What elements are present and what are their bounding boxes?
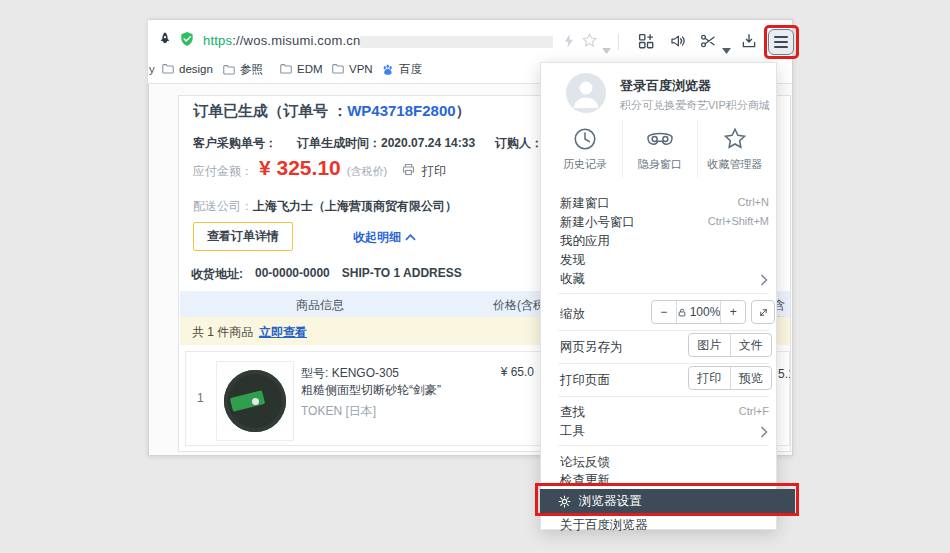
unlock-icon (677, 307, 687, 318)
bookmark-folder-vpn[interactable]: VPN (331, 62, 373, 76)
save-page-label: 网页另存为 (560, 339, 623, 356)
folder-icon (279, 62, 293, 76)
points-mall-link[interactable]: 积分商城 (726, 98, 770, 113)
delivery-company: 上海飞力士（上海营顶商贸有限公司） (253, 199, 457, 213)
product-brand: TOKEN [日本] (301, 403, 376, 420)
folder-icon (222, 63, 236, 77)
bookmark-manager-shortcut[interactable]: 收藏管理器 (697, 120, 772, 178)
menu-separator (558, 396, 769, 397)
print-page-buttons: 打印 预览 (688, 366, 772, 390)
po-label: 客户采购单号： (193, 135, 277, 152)
favorite-star-icon[interactable] (581, 32, 598, 53)
zoom-in-button[interactable]: + (720, 301, 745, 323)
col-product-info: 商品信息 (296, 297, 344, 314)
folder-icon (331, 62, 345, 76)
collapse-detail-link[interactable]: 收起明细 (353, 229, 416, 246)
bookmark-label: 参照 (240, 62, 263, 77)
bookmark-folder-edm[interactable]: EDM (279, 62, 323, 76)
delivery-label: 配送公司： (193, 199, 253, 213)
chevron-right-icon (760, 424, 768, 442)
order-time: 订单生成时间：2020.07.24 14:33 (297, 135, 475, 152)
hamburger-menu-button[interactable] (768, 29, 794, 55)
redacted-url-blur (360, 36, 553, 48)
bookmark-label: EDM (297, 63, 323, 75)
menu-item-forum-feedback[interactable]: 论坛反馈 (560, 454, 610, 471)
payable-amount: ¥ 325.10 (259, 156, 341, 180)
url-scheme: https (203, 33, 232, 48)
incognito-shortcut[interactable]: 隐身窗口 (622, 120, 697, 178)
toolbar-divider (618, 34, 619, 50)
row-index: 1 (197, 391, 204, 405)
view-order-detail-button[interactable]: 查看订单详情 (193, 222, 293, 251)
menu-separator (558, 445, 769, 446)
product-price: ¥ 65.0 (481, 365, 534, 379)
chevron-right-icon (760, 272, 768, 290)
baidu-paw-icon (381, 63, 395, 77)
avatar[interactable] (566, 73, 606, 117)
view-now-link[interactable]: 立即查看 (259, 324, 307, 341)
order-number: WP43718F2800 (347, 102, 455, 119)
menu-item-check-update[interactable]: 检查更新 (560, 472, 610, 489)
menu-separator (558, 330, 769, 331)
bookmark-folder-reference[interactable]: 参照 (222, 62, 263, 77)
download-icon[interactable] (740, 32, 758, 54)
summary-count: 共 1 件商品 (192, 324, 253, 341)
zoom-out-button[interactable]: − (652, 301, 676, 323)
print-button[interactable]: 打印 (689, 367, 730, 389)
bookmark-partial-text[interactable]: y (149, 63, 155, 75)
gear-icon (558, 495, 571, 508)
ship-address-row: 收货地址:00-0000-0000SHIP-TO 1 ADDRESS (191, 266, 462, 283)
delivery-row: 配送公司：上海飞力士（上海营顶商贸有限公司） (193, 198, 457, 215)
order-title: 订单已生成（订单号 ：WP43718F2800） (193, 102, 471, 121)
payable-row: 应付金额： ¥ 325.10 (含税价) 打印 (193, 156, 446, 180)
menu-item-favorites[interactable]: 收藏 (560, 271, 585, 288)
points-subtitle: 积分可兑换爱奇艺VIP (620, 98, 726, 113)
clock-icon (572, 126, 598, 152)
menu-item-about[interactable]: 关于百度浏览器 (560, 517, 648, 534)
menu-separator (558, 363, 769, 364)
product-desc: 粗糙侧面型切断砂轮“剑豪” (301, 382, 441, 399)
print-link[interactable]: 打印 (422, 163, 446, 180)
zoom-level: 100% (676, 301, 721, 323)
bookmark-label: design (179, 63, 213, 75)
menu-item-discover[interactable]: 发现 (560, 252, 585, 269)
menu-separator (558, 293, 769, 294)
menu-item-browser-settings[interactable]: 浏览器设置 (540, 489, 795, 514)
menu-item-tools[interactable]: 工具 (560, 423, 585, 440)
site-logo-rocket-icon (157, 31, 173, 51)
save-page-buttons: 图片 文件 (688, 333, 772, 357)
product-image[interactable] (216, 361, 294, 441)
caret-down-icon[interactable] (722, 40, 731, 58)
url-text[interactable]: https://wos.misumi.com.cn (203, 33, 360, 48)
secure-shield-icon[interactable] (179, 31, 195, 51)
screenshot-stage: https://wos.misumi.com.cn y design 参照 ED… (0, 0, 950, 553)
mask-icon (645, 126, 675, 152)
menu-item-my-apps[interactable]: 我的应用 (560, 233, 610, 250)
apps-grid-icon[interactable] (637, 32, 655, 54)
shortcut-text: Ctrl+Shift+M (560, 215, 769, 227)
cutting-disc-image (224, 370, 286, 432)
save-as-file-button[interactable]: 文件 (730, 334, 772, 356)
zoom-label: 缩放 (560, 306, 585, 323)
save-as-image-button[interactable]: 图片 (689, 334, 730, 356)
product-model[interactable]: 型号: KENGO-305 (301, 365, 399, 382)
speaker-icon[interactable] (669, 32, 687, 54)
bookmark-baidu[interactable]: 百度 (381, 62, 422, 77)
fullscreen-button[interactable] (751, 300, 775, 324)
expand-icon (757, 306, 770, 319)
bookmark-folder-design[interactable]: design (161, 62, 213, 76)
printer-icon[interactable] (401, 162, 416, 181)
bookmark-label: 百度 (399, 62, 422, 77)
flash-icon[interactable] (561, 33, 577, 53)
print-preview-button[interactable]: 预览 (730, 367, 772, 389)
history-shortcut[interactable]: 历史记录 (548, 120, 622, 178)
print-page-label: 打印页面 (560, 372, 610, 389)
caret-down-icon[interactable] (602, 40, 611, 58)
login-title[interactable]: 登录百度浏览器 (620, 77, 711, 95)
url-rest: ://wos.misumi.com.cn (232, 33, 360, 48)
folder-icon (161, 62, 175, 76)
star-outline-icon (722, 126, 748, 152)
zoom-control: − 100% + (651, 300, 746, 324)
chevron-up-icon (405, 234, 416, 241)
scissors-icon[interactable] (699, 32, 717, 54)
